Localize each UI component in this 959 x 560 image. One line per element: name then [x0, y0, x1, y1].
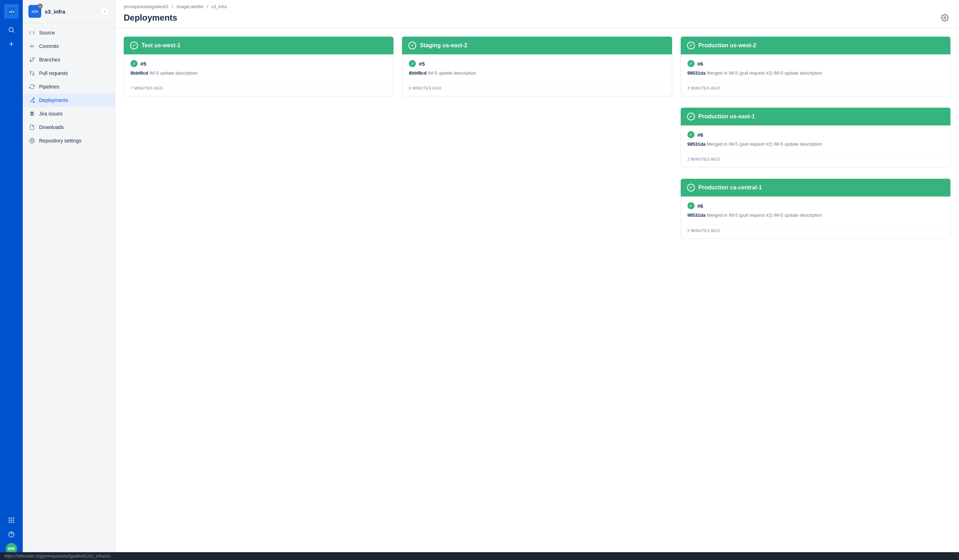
- commit-info-prod-east: 98531da Merged in IM-5 (pull request #2)…: [687, 141, 944, 148]
- deploy-card-test-us-west-1[interactable]: ✓ #5 8bbf8cd IM-5 update description 7 M…: [124, 54, 393, 96]
- svg-rect-12: [9, 522, 10, 523]
- svg-text:</>: </>: [9, 10, 14, 14]
- env-status-check-prod-ca: ✓: [687, 184, 695, 191]
- env-block-production-us-east-1: ✓ Production us-east-1 ✓ #6 98531da Merg…: [681, 102, 951, 173]
- svg-rect-10: [11, 520, 12, 520]
- deploy-time-staging: 6 MINUTES AGO: [409, 82, 665, 90]
- breadcrumb-org[interactable]: pmmquickstartguides01: [124, 4, 169, 9]
- build-check-icon-prod-west: ✓: [687, 60, 695, 67]
- env-block-production-ca-central-1: ✓ Production ca-central-1 ✓ #6 98531da M…: [681, 173, 951, 244]
- deploy-column-staging: ✓ Staging us-east-2 ✓ #5 8bbf8cd IM-5 up…: [402, 37, 672, 102]
- svg-point-28: [31, 140, 33, 142]
- top-bar: pmmquickstartguides01 / ImageLabeller / …: [115, 0, 959, 28]
- commit-info-prod-ca: 98531da Merged in IM-5 (pull request #2)…: [687, 212, 944, 218]
- env-block-staging-us-east-2: ✓ Staging us-east-2 ✓ #5 8bbf8cd IM-5 up…: [402, 37, 672, 102]
- sidebar-item-downloads[interactable]: Downloads: [23, 121, 115, 134]
- sidebar-header: </> 🔒 s3_infra ‹: [23, 0, 115, 23]
- commit-info-prod-west: 98531da Merged in IM-5 (pull request #2)…: [687, 70, 944, 76]
- breadcrumb-repo[interactable]: s3_infra: [212, 4, 227, 9]
- env-header-production-us-east-1[interactable]: ✓ Production us-east-1: [681, 108, 951, 126]
- svg-point-23: [33, 74, 34, 75]
- sidebar-item-commits[interactable]: Commits: [23, 40, 115, 53]
- deployments-icon: [29, 97, 35, 104]
- sidebar-item-pipelines[interactable]: Pipelines: [23, 80, 115, 94]
- svg-rect-8: [13, 518, 14, 519]
- svg-point-29: [944, 17, 946, 19]
- commit-info-staging: 8bbf8cd IM-5 update description: [409, 70, 665, 76]
- deploy-time-prod-ca: 2 MINUTES AGO: [687, 224, 944, 233]
- env-header-production-us-west-2[interactable]: ✓ Production us-west-2: [681, 37, 951, 54]
- help-icon[interactable]: [6, 529, 17, 540]
- env-name-production-us-east-1: Production us-east-1: [698, 113, 755, 120]
- svg-rect-11: [13, 520, 14, 520]
- main-content: pmmquickstartguides01 / ImageLabeller / …: [115, 0, 959, 560]
- svg-rect-7: [11, 518, 12, 519]
- env-header-test-us-west-1[interactable]: ✓ Test us-west-1: [124, 37, 393, 54]
- deploy-column-production: ✓ Production us-west-2 ✓ #6 98531da Merg…: [681, 37, 951, 245]
- env-block-test-us-west-1: ✓ Test us-west-1 ✓ #5 8bbf8cd IM-5 updat…: [124, 37, 393, 102]
- build-number-prod-ca: ✓ #6: [687, 202, 944, 209]
- svg-point-17: [31, 45, 33, 47]
- build-check-icon-staging: ✓: [409, 60, 416, 67]
- svg-rect-6: [9, 518, 10, 519]
- sidebar-label-deployments: Deployments: [39, 97, 68, 103]
- sidebar: </> 🔒 s3_infra ‹ Source Commits: [23, 0, 115, 560]
- sidebar-item-deployments[interactable]: Deployments: [23, 94, 115, 107]
- env-status-check-test: ✓: [130, 41, 138, 49]
- sidebar-label-jira-issues: Jira issues: [39, 111, 62, 116]
- sidebar-item-source[interactable]: Source: [23, 26, 115, 40]
- jira-issues-icon: [29, 110, 35, 117]
- downloads-icon: [29, 124, 35, 131]
- source-icon: [29, 29, 35, 36]
- grid-icon[interactable]: [6, 514, 17, 526]
- deploy-card-production-ca-central-1[interactable]: ✓ #6 98531da Merged in IM-5 (pull reques…: [681, 197, 951, 239]
- env-status-check-staging: ✓: [408, 41, 416, 49]
- svg-rect-13: [11, 522, 12, 523]
- build-check-icon-test: ✓: [131, 60, 137, 67]
- page-title: Deployments: [124, 13, 177, 23]
- repo-name: s3_infra: [45, 8, 65, 14]
- build-number-prod-east: ✓ #6: [687, 131, 944, 138]
- deploy-card-production-us-west-2[interactable]: ✓ #6 98531da Merged in IM-5 (pull reques…: [681, 54, 951, 96]
- env-block-production-us-west-2: ✓ Production us-west-2 ✓ #6 98531da Merg…: [681, 37, 951, 102]
- add-icon[interactable]: [6, 38, 17, 50]
- deploy-column-test: ✓ Test us-west-1 ✓ #5 8bbf8cd IM-5 updat…: [124, 37, 393, 102]
- app-logo[interactable]: </>: [4, 4, 19, 19]
- svg-point-24: [30, 71, 31, 73]
- env-name-production-us-west-2: Production us-west-2: [698, 42, 757, 49]
- sidebar-label-repository-settings: Repository settings: [39, 138, 81, 143]
- breadcrumb-project[interactable]: ImageLabeller: [177, 4, 204, 9]
- commits-icon: [29, 43, 35, 50]
- build-number-staging: ✓ #5: [409, 60, 665, 67]
- commit-info-test: 8bbf8cd IM-5 update description: [131, 70, 387, 76]
- deployments-area: ✓ Test us-west-1 ✓ #5 8bbf8cd IM-5 updat…: [115, 28, 959, 253]
- deploy-time-prod-west: 3 MINUTES AGO: [687, 82, 944, 90]
- repository-settings-icon: [29, 137, 35, 144]
- search-icon[interactable]: [6, 24, 17, 35]
- page-header: Deployments: [124, 12, 951, 28]
- env-name-test-us-west-1: Test us-west-1: [142, 42, 180, 49]
- settings-gear-button[interactable]: [939, 12, 951, 24]
- sidebar-item-jira-issues[interactable]: Jira issues: [23, 107, 115, 121]
- sidebar-label-pipelines: Pipelines: [39, 84, 59, 89]
- sidebar-item-repository-settings[interactable]: Repository settings: [23, 134, 115, 148]
- lock-badge: 🔒: [38, 3, 43, 8]
- sidebar-item-pull-requests[interactable]: Pull requests: [23, 67, 115, 80]
- svg-line-3: [13, 31, 14, 33]
- collapse-button[interactable]: ‹: [100, 7, 109, 16]
- deploy-card-staging-us-east-2[interactable]: ✓ #5 8bbf8cd IM-5 update description 6 M…: [402, 54, 672, 96]
- svg-point-22: [30, 60, 31, 62]
- env-header-staging-us-east-2[interactable]: ✓ Staging us-east-2: [402, 37, 672, 54]
- icon-strip: </> WM: [0, 0, 23, 560]
- svg-rect-14: [13, 522, 14, 523]
- build-number-prod-west: ✓ #6: [687, 60, 944, 67]
- deploy-time-prod-east: 2 MINUTES AGO: [687, 153, 944, 161]
- sidebar-label-source: Source: [39, 30, 55, 35]
- deploy-card-production-us-east-1[interactable]: ✓ #6 98531da Merged in IM-5 (pull reques…: [681, 126, 951, 167]
- sidebar-item-branches[interactable]: Branches: [23, 53, 115, 67]
- breadcrumb: pmmquickstartguides01 / ImageLabeller / …: [124, 4, 951, 9]
- svg-rect-9: [9, 520, 10, 520]
- sidebar-label-pull-requests: Pull requests: [39, 70, 68, 76]
- build-check-icon-prod-east: ✓: [687, 131, 695, 138]
- env-header-production-ca-central-1[interactable]: ✓ Production ca-central-1: [681, 179, 951, 197]
